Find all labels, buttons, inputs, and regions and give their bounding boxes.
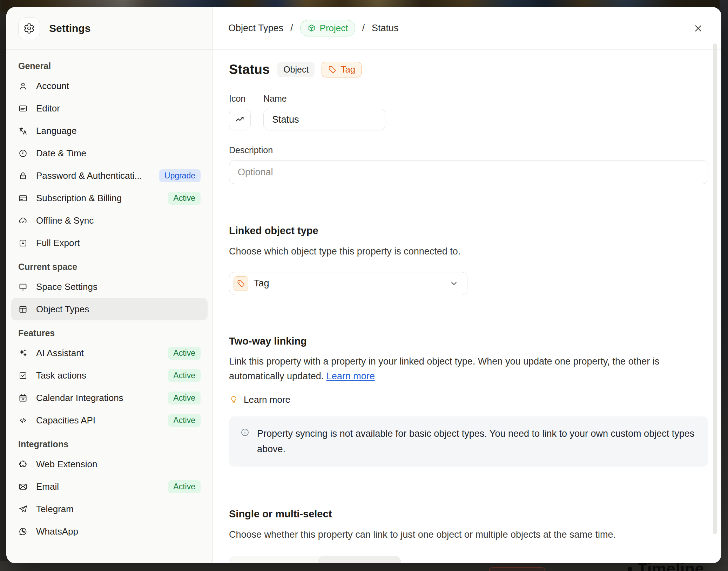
info-box-text: Property syncing is not available for ba… xyxy=(257,426,697,457)
sidebar-item-label: Editor xyxy=(36,103,201,114)
close-icon[interactable] xyxy=(690,21,706,36)
tag-badge-label: Tag xyxy=(341,64,355,75)
divider xyxy=(229,203,708,203)
telegram-icon xyxy=(18,504,28,514)
sidebar-item-label: Full Export xyxy=(36,238,201,249)
sidebar-item-label: Account xyxy=(36,81,201,91)
sidebar-item-label: Date & Time xyxy=(36,148,201,159)
settings-title: Settings xyxy=(49,22,90,34)
property-editor: Status Object Tag Icon Name xyxy=(213,50,721,563)
app-screen: • Timeline Settings GeneralAccountEditor… xyxy=(0,0,728,571)
icon-field-label: Icon xyxy=(229,94,263,104)
tag-icon xyxy=(328,65,337,74)
active-badge: Active xyxy=(168,414,201,427)
sidebar-item-language[interactable]: Language xyxy=(11,120,208,142)
puzzle-icon xyxy=(18,460,28,469)
breadcrumb-separator: / xyxy=(362,23,365,34)
sidebar-item-account[interactable]: Account xyxy=(11,75,208,97)
sidebar-item-editor[interactable]: Editor xyxy=(11,97,208,120)
mail-icon xyxy=(18,482,28,491)
whatsapp-icon xyxy=(18,527,28,536)
sidebar-item-subscription-billing[interactable]: Subscription & BillingActive xyxy=(11,187,208,209)
description-label: Description xyxy=(229,145,708,155)
sidebar-item-web-extension[interactable]: Web Extension xyxy=(11,453,208,475)
breadcrumb-status: Status xyxy=(372,23,399,34)
learn-more-expander[interactable]: Learn more xyxy=(229,394,708,405)
sidebar-item-telegram[interactable]: Telegram xyxy=(11,498,208,520)
tag-icon xyxy=(234,276,248,291)
scrollbar[interactable] xyxy=(713,43,717,534)
editor-icon xyxy=(18,104,28,113)
sidebar-item-ai-assistant[interactable]: AI AssistantActive xyxy=(11,342,208,364)
sidebar-item-calendar-integrations[interactable]: 12Calendar IntegrationsActive xyxy=(11,387,208,409)
sidebar-item-label: Password & Authenticati... xyxy=(36,170,151,181)
sidebar-section-general: GeneralAccountEditorLanguageDate & TimeP… xyxy=(11,61,208,254)
sidebar-section-features: FeaturesAI AssistantActiveTask actionsAc… xyxy=(11,328,208,431)
sidebar-item-label: Capacities API xyxy=(36,415,160,426)
sidebar-item-label: Offline & Sync xyxy=(36,215,201,226)
sidebar-item-password-authenticati[interactable]: Password & Authenticati...Upgrade xyxy=(11,164,208,187)
linked-object-type-select[interactable]: Tag xyxy=(229,272,467,295)
sidebar-item-label: Object Types xyxy=(36,304,201,315)
cloud-icon xyxy=(18,216,28,225)
object-count-segmented-control: Multiple objects Single object xyxy=(229,556,401,563)
sidebar-item-full-export[interactable]: Full Export xyxy=(11,232,208,254)
settings-main: Object Types / Project / Status Status O… xyxy=(213,7,721,563)
divider xyxy=(229,487,708,487)
tag-badge[interactable]: Tag xyxy=(322,62,362,77)
sidebar-item-label: Web Extension xyxy=(36,459,201,470)
sidebar-item-email[interactable]: EmailActive xyxy=(11,475,208,498)
background-badge xyxy=(489,567,545,571)
description-input[interactable] xyxy=(229,160,708,184)
linked-object-type-subtitle: Choose which object type this property i… xyxy=(229,244,708,259)
sidebar-item-label: Space Settings xyxy=(36,281,201,292)
upgrade-badge: Upgrade xyxy=(159,169,201,182)
lightbulb-icon xyxy=(229,395,238,405)
sparkles-icon xyxy=(18,348,28,358)
main-header: Object Types / Project / Status xyxy=(213,7,721,50)
learn-more-expander-label: Learn more xyxy=(244,394,290,405)
sidebar-item-space-settings[interactable]: Space Settings xyxy=(11,276,208,298)
gear-icon xyxy=(18,18,40,39)
sidebar-item-whatsapp[interactable]: WhatsApp xyxy=(11,520,208,543)
object-type-badge: Object xyxy=(277,62,315,77)
active-badge: Active xyxy=(168,347,201,360)
table-icon xyxy=(18,305,28,314)
multiple-objects-option[interactable]: Multiple objects xyxy=(229,556,318,563)
name-input[interactable] xyxy=(263,109,385,130)
sidebar-section-current-space: Current spaceSpace SettingsObject Types xyxy=(11,262,208,320)
divider xyxy=(229,315,708,315)
language-icon xyxy=(18,126,28,136)
sidebar-section-integrations: IntegrationsWeb ExtensionEmailActiveTele… xyxy=(11,439,208,543)
linked-object-type-value: Tag xyxy=(254,278,449,289)
sidebar-item-label: Telegram xyxy=(36,504,201,515)
monitor-icon xyxy=(18,282,28,292)
breadcrumb-project-label: Project xyxy=(320,23,348,34)
sidebar-item-capacities-api[interactable]: Capacities APIActive xyxy=(11,409,208,431)
sidebar-item-task-actions[interactable]: Task actionsActive xyxy=(11,364,208,387)
breadcrumb-project-pill[interactable]: Project xyxy=(300,20,355,36)
cube-icon xyxy=(307,24,316,33)
task-icon xyxy=(18,371,28,380)
single-object-option[interactable]: Single object xyxy=(318,556,401,563)
two-way-linking-description: Link this property with a property in yo… xyxy=(229,354,708,384)
two-way-linking-body: Link this property with a property in yo… xyxy=(229,356,659,382)
sidebar-item-offline-sync[interactable]: Offline & Sync xyxy=(11,209,208,232)
breadcrumb-object-types[interactable]: Object Types xyxy=(228,23,283,34)
chevron-down-icon xyxy=(449,279,459,288)
sidebar-item-date-time[interactable]: Date & Time xyxy=(11,142,208,164)
breadcrumb: Object Types / Project / Status xyxy=(228,20,399,36)
sidebar-item-label: Subscription & Billing xyxy=(36,193,160,204)
active-badge: Active xyxy=(168,369,201,382)
sidebar-item-object-types[interactable]: Object Types xyxy=(11,298,208,320)
two-way-linking-heading: Two-way linking xyxy=(229,335,708,347)
card-icon xyxy=(18,193,28,203)
sidebar-section-label: Features xyxy=(11,328,208,338)
sidebar-section-label: General xyxy=(11,61,208,71)
property-icon-button[interactable] xyxy=(229,109,251,130)
sidebar-item-label: Task actions xyxy=(36,370,160,381)
sidebar-header: Settings xyxy=(6,7,213,50)
sidebar-section-label: Integrations xyxy=(11,439,208,449)
learn-more-link[interactable]: Learn more xyxy=(326,371,375,381)
linked-object-type-heading: Linked object type xyxy=(229,225,708,237)
